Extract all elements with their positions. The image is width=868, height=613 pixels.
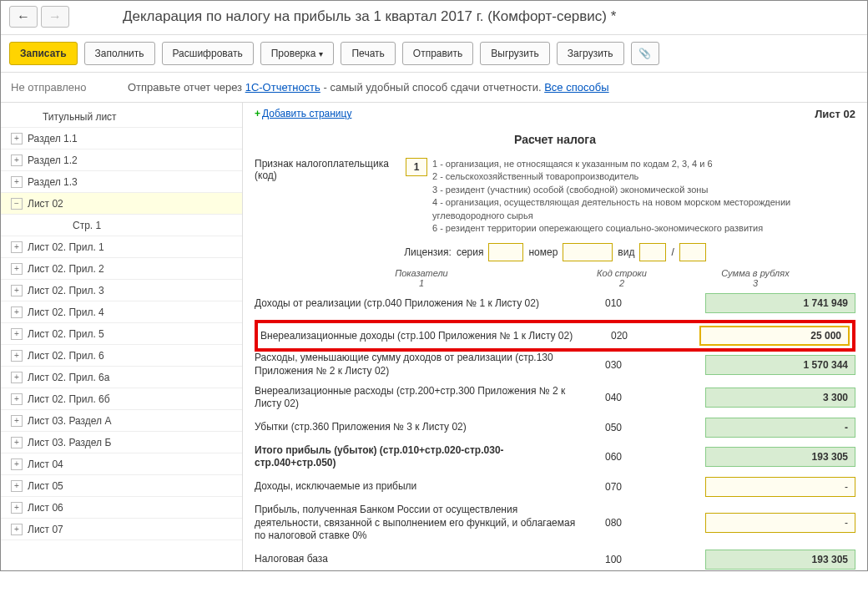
tree-item[interactable]: +Лист 04: [1, 453, 242, 475]
value-cell[interactable]: 193 305: [705, 550, 855, 570]
value-cell[interactable]: [705, 513, 855, 533]
tree-item[interactable]: +Лист 06: [1, 497, 242, 519]
expand-icon[interactable]: +: [11, 458, 23, 470]
decipher-button[interactable]: Расшифровать: [162, 42, 254, 65]
value-cell[interactable]: 193 305: [705, 447, 855, 467]
tree-item[interactable]: +Раздел 1.3: [1, 171, 242, 193]
attachment-button[interactable]: 📎: [631, 42, 659, 65]
hint-line: 2 - сельскохозяйственный товаропроизводи…: [432, 170, 855, 183]
hint-line: 3 - резидент (участник) особой (свободно…: [432, 184, 855, 196]
license-type2-input[interactable]: [679, 243, 706, 261]
license-type1-input[interactable]: [639, 243, 666, 261]
expand-icon[interactable]: +: [11, 241, 23, 253]
row-code: 040: [588, 392, 638, 403]
tree-item-label: Лист 02. Прил. 2: [28, 263, 104, 275]
fill-button[interactable]: Заполнить: [84, 42, 155, 65]
value-cell[interactable]: [705, 418, 855, 438]
value-cell[interactable]: 25 000: [699, 326, 850, 346]
sheet-title: Расчет налога: [255, 133, 855, 146]
load-button[interactable]: Загрузить: [557, 42, 624, 65]
expand-icon[interactable]: +: [11, 372, 23, 383]
value-cell[interactable]: 3 300: [705, 388, 855, 408]
reporting-link[interactable]: 1С-Отчетность: [245, 81, 320, 94]
taxpayer-sign-value[interactable]: 1: [406, 158, 427, 176]
row-label: Доходы от реализации (стр.040 Приложения…: [255, 297, 588, 311]
expand-icon[interactable]: +: [11, 502, 23, 514]
tree-item-label: Лист 03. Раздел А: [28, 415, 111, 427]
tree-item[interactable]: +Лист 03. Раздел А: [1, 410, 242, 432]
header-bar: ← → Декларация по налогу на прибыль за 1…: [1, 1, 867, 35]
write-button[interactable]: Записать: [9, 42, 78, 65]
tree-item[interactable]: +Раздел 1.1: [1, 128, 242, 149]
print-button[interactable]: Печать: [341, 42, 395, 65]
unload-button[interactable]: Выгрузить: [480, 42, 550, 65]
expand-icon[interactable]: +: [11, 285, 23, 296]
row-label: Итого прибыль (убыток) (стр.010+стр.020-…: [255, 444, 588, 470]
expand-icon[interactable]: +: [11, 176, 23, 188]
toolbar: Записать Заполнить Расшифровать Проверка…: [1, 35, 867, 73]
tree-item[interactable]: +Лист 02. Прил. 6: [1, 345, 242, 367]
tree-item[interactable]: +Лист 02. Прил. 3: [1, 280, 242, 301]
check-button[interactable]: Проверка▾: [260, 42, 335, 65]
tree-item-label: Лист 07: [28, 524, 63, 535]
tree-item[interactable]: +Лист 03. Раздел Б: [1, 432, 242, 453]
expand-icon[interactable]: +: [11, 524, 23, 535]
expand-icon[interactable]: +: [11, 393, 23, 405]
value-cell[interactable]: 1 741 949: [705, 293, 855, 313]
tree-item[interactable]: +Лист 02. Прил. 1: [1, 236, 242, 258]
license-row: Лицензия: серия номер вид /: [255, 243, 855, 261]
section-tree[interactable]: +Титульный лист+Раздел 1.1+Раздел 1.2+Ра…: [1, 103, 243, 570]
data-row: Доходы, исключаемые из прибыли070: [255, 477, 855, 497]
tree-item-label: Раздел 1.1: [28, 133, 78, 144]
tree-item-label: Лист 04: [28, 458, 63, 470]
expand-icon[interactable]: +: [11, 415, 23, 427]
taxpayer-sign-row: Признак налогоплательщика (код) 1 1 - ор…: [255, 158, 855, 235]
send-button[interactable]: Отправить: [402, 42, 474, 65]
row-label: Доходы, исключаемые из прибыли: [255, 480, 588, 494]
tree-item-label: Лист 06: [28, 502, 63, 514]
row-code: 010: [588, 297, 638, 309]
tree-item-label: Лист 02. Прил. 6: [28, 350, 104, 362]
value-cell[interactable]: 1 570 344: [705, 355, 855, 375]
expand-icon[interactable]: +: [11, 133, 23, 144]
tree-item[interactable]: +Лист 02. Прил. 4: [1, 301, 242, 323]
back-button[interactable]: ←: [9, 6, 38, 28]
tree-item[interactable]: +Лист 02. Прил. 2: [1, 258, 242, 280]
hint-line: 6 - резидент территории опережающего соц…: [432, 222, 855, 235]
expand-icon[interactable]: +: [11, 437, 23, 448]
expand-icon[interactable]: +: [11, 350, 23, 362]
expand-icon[interactable]: +: [11, 263, 23, 275]
collapse-icon[interactable]: −: [11, 198, 23, 210]
expand-icon[interactable]: +: [11, 155, 23, 166]
tree-item[interactable]: −Лист 02: [1, 193, 242, 215]
body-layout: +Титульный лист+Раздел 1.1+Раздел 1.2+Ра…: [1, 103, 867, 570]
license-serial-input[interactable]: [488, 243, 523, 261]
tree-item[interactable]: +Раздел 1.2: [1, 149, 242, 171]
expand-icon[interactable]: +: [11, 328, 23, 340]
tree-item-label: Лист 02. Прил. 6б: [28, 393, 110, 405]
forward-button[interactable]: →: [41, 6, 69, 28]
tree-item-label: Лист 03. Раздел Б: [28, 437, 111, 448]
tree-item[interactable]: +Лист 07: [1, 519, 242, 540]
tree-item-label: Лист 02. Прил. 6а: [28, 372, 109, 383]
tree-item[interactable]: +Лист 05: [1, 475, 242, 497]
sheet-content: +Добавить страницу Лист 02 Расчет налога…: [243, 103, 867, 570]
row-label: Убытки (стр.360 Приложения № 3 к Листу 0…: [255, 421, 588, 434]
tree-item-label: Раздел 1.2: [28, 155, 78, 166]
expand-icon[interactable]: +: [11, 480, 23, 492]
tree-item[interactable]: +Стр. 1: [1, 215, 242, 236]
row-label: Налоговая база: [255, 553, 588, 566]
expand-icon[interactable]: +: [11, 306, 23, 318]
add-page-link[interactable]: +Добавить страницу: [255, 108, 351, 119]
row-code: 070: [588, 481, 638, 493]
license-number-input[interactable]: [563, 243, 613, 261]
value-cell[interactable]: [705, 477, 855, 497]
hint-line: 1 - организация, не относящаяся к указан…: [432, 158, 855, 170]
tree-item[interactable]: +Лист 02. Прил. 6б: [1, 388, 242, 410]
tree-item[interactable]: +Лист 02. Прил. 5: [1, 323, 242, 345]
tree-item-label: Раздел 1.3: [28, 176, 78, 188]
tree-item[interactable]: +Лист 02. Прил. 6а: [1, 367, 242, 388]
tree-item[interactable]: +Титульный лист: [1, 106, 242, 128]
all-methods-link[interactable]: Все способы: [544, 81, 608, 94]
taxpayer-sign-hints: 1 - организация, не относящаяся к указан…: [432, 158, 855, 235]
